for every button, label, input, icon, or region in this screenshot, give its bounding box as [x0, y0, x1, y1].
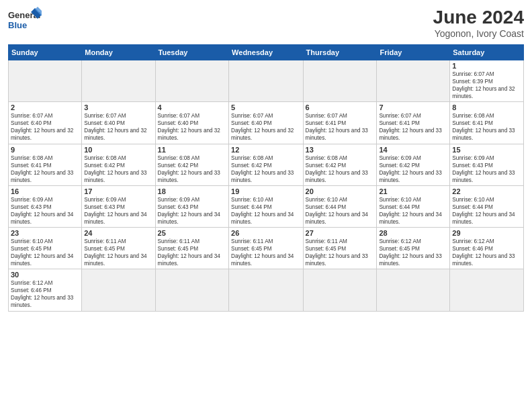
header-tuesday: Tuesday: [155, 45, 228, 60]
calendar-cell: [450, 269, 524, 311]
day-number: 10: [84, 146, 152, 154]
day-info: Sunrise: 6:10 AMSunset: 6:44 PMDaylight:…: [452, 196, 521, 226]
day-info: Sunrise: 6:09 AMSunset: 6:43 PMDaylight:…: [158, 196, 226, 226]
header-friday: Friday: [377, 45, 450, 60]
day-number: 17: [84, 187, 152, 195]
day-number: 15: [452, 146, 521, 154]
calendar-cell: 29Sunrise: 6:12 AMSunset: 6:46 PMDayligh…: [450, 228, 524, 269]
day-number: 7: [379, 103, 447, 111]
logo-svg: General Blue: [8, 7, 42, 35]
calendar-cell: 6Sunrise: 6:07 AMSunset: 6:41 PMDaylight…: [303, 102, 377, 144]
day-headers: Sunday Monday Tuesday Wednesday Thursday…: [9, 45, 524, 60]
day-info: Sunrise: 6:08 AMSunset: 6:42 PMDaylight:…: [84, 154, 152, 184]
location: Yogonon, Ivory Coast: [433, 28, 524, 39]
day-info: Sunrise: 6:08 AMSunset: 6:42 PMDaylight:…: [231, 154, 300, 184]
day-number: 11: [158, 146, 226, 154]
header-saturday: Saturday: [450, 45, 524, 60]
calendar-cell: 14Sunrise: 6:09 AMSunset: 6:42 PMDayligh…: [377, 144, 450, 185]
day-number: 30: [11, 271, 79, 279]
calendar-cell: 19Sunrise: 6:10 AMSunset: 6:44 PMDayligh…: [229, 185, 303, 227]
day-info: Sunrise: 6:08 AMSunset: 6:42 PMDaylight:…: [306, 154, 375, 184]
calendar-cell: [229, 269, 303, 311]
day-number: 6: [306, 103, 375, 111]
day-info: Sunrise: 6:09 AMSunset: 6:43 PMDaylight:…: [84, 196, 152, 226]
calendar-cell: 22Sunrise: 6:10 AMSunset: 6:44 PMDayligh…: [450, 185, 524, 227]
calendar-cell: 23Sunrise: 6:10 AMSunset: 6:45 PMDayligh…: [9, 228, 82, 269]
day-info: Sunrise: 6:11 AMSunset: 6:45 PMDaylight:…: [231, 238, 300, 267]
day-number: 24: [84, 229, 152, 237]
day-info: Sunrise: 6:12 AMSunset: 6:46 PMDaylight:…: [11, 279, 79, 309]
day-number: 18: [158, 187, 226, 195]
day-number: 2: [11, 103, 79, 111]
day-number: 27: [306, 229, 375, 237]
calendar-cell: [229, 60, 303, 102]
day-info: Sunrise: 6:07 AMSunset: 6:41 PMDaylight:…: [306, 112, 375, 142]
page: General Blue June 2024 Yogonon, Ivory Co…: [0, 0, 532, 411]
calendar-cell: 1Sunrise: 6:07 AMSunset: 6:39 PMDaylight…: [450, 60, 524, 102]
calendar-cell: [155, 60, 228, 102]
logo: General Blue: [8, 7, 42, 35]
calendar-cell: 26Sunrise: 6:11 AMSunset: 6:45 PMDayligh…: [229, 228, 303, 269]
day-number: 21: [379, 187, 447, 195]
calendar-cell: 28Sunrise: 6:12 AMSunset: 6:45 PMDayligh…: [377, 228, 450, 269]
day-info: Sunrise: 6:10 AMSunset: 6:45 PMDaylight:…: [11, 238, 79, 267]
day-number: 3: [84, 103, 152, 111]
day-info: Sunrise: 6:12 AMSunset: 6:46 PMDaylight:…: [452, 238, 521, 267]
day-info: Sunrise: 6:12 AMSunset: 6:45 PMDaylight:…: [379, 238, 447, 267]
header-sunday: Sunday: [9, 45, 82, 60]
day-number: 25: [158, 229, 226, 237]
calendar-cell: [303, 269, 377, 311]
day-number: 19: [231, 187, 300, 195]
day-info: Sunrise: 6:11 AMSunset: 6:45 PMDaylight:…: [84, 238, 152, 267]
header: General Blue June 2024 Yogonon, Ivory Co…: [8, 7, 524, 39]
calendar-cell: [303, 60, 377, 102]
day-number: 1: [452, 62, 521, 70]
calendar-cell: [377, 60, 450, 102]
svg-text:Blue: Blue: [8, 20, 27, 30]
day-info: Sunrise: 6:07 AMSunset: 6:40 PMDaylight:…: [158, 112, 226, 142]
header-thursday: Thursday: [303, 45, 377, 60]
calendar-cell: 15Sunrise: 6:09 AMSunset: 6:43 PMDayligh…: [450, 144, 524, 185]
day-info: Sunrise: 6:10 AMSunset: 6:44 PMDaylight:…: [379, 196, 447, 226]
calendar: Sunday Monday Tuesday Wednesday Thursday…: [8, 44, 524, 312]
calendar-cell: [82, 269, 155, 311]
calendar-cell: 3Sunrise: 6:07 AMSunset: 6:40 PMDaylight…: [82, 102, 155, 144]
day-number: 29: [452, 229, 521, 237]
calendar-cell: 18Sunrise: 6:09 AMSunset: 6:43 PMDayligh…: [155, 185, 228, 227]
month-year: June 2024: [433, 7, 524, 28]
calendar-cell: 7Sunrise: 6:07 AMSunset: 6:41 PMDaylight…: [377, 102, 450, 144]
day-info: Sunrise: 6:10 AMSunset: 6:44 PMDaylight:…: [231, 196, 300, 226]
header-monday: Monday: [82, 45, 155, 60]
day-number: 12: [231, 146, 300, 154]
day-number: 16: [11, 187, 79, 195]
calendar-cell: 5Sunrise: 6:07 AMSunset: 6:40 PMDaylight…: [229, 102, 303, 144]
calendar-cell: 17Sunrise: 6:09 AMSunset: 6:43 PMDayligh…: [82, 185, 155, 227]
day-number: 9: [11, 146, 79, 154]
day-info: Sunrise: 6:11 AMSunset: 6:45 PMDaylight:…: [158, 238, 226, 267]
day-info: Sunrise: 6:11 AMSunset: 6:45 PMDaylight:…: [306, 238, 375, 267]
day-info: Sunrise: 6:07 AMSunset: 6:40 PMDaylight:…: [11, 112, 79, 142]
calendar-cell: 25Sunrise: 6:11 AMSunset: 6:45 PMDayligh…: [155, 228, 228, 269]
calendar-cell: 8Sunrise: 6:08 AMSunset: 6:41 PMDaylight…: [450, 102, 524, 144]
day-number: 13: [306, 146, 375, 154]
day-number: 23: [11, 229, 79, 237]
calendar-cell: [155, 269, 228, 311]
day-info: Sunrise: 6:08 AMSunset: 6:42 PMDaylight:…: [158, 154, 226, 184]
calendar-cell: 21Sunrise: 6:10 AMSunset: 6:44 PMDayligh…: [377, 185, 450, 227]
calendar-cell: 13Sunrise: 6:08 AMSunset: 6:42 PMDayligh…: [303, 144, 377, 185]
day-info: Sunrise: 6:07 AMSunset: 6:39 PMDaylight:…: [452, 71, 521, 100]
day-info: Sunrise: 6:07 AMSunset: 6:41 PMDaylight:…: [379, 112, 447, 142]
day-info: Sunrise: 6:07 AMSunset: 6:40 PMDaylight:…: [84, 112, 152, 142]
day-number: 8: [452, 103, 521, 111]
calendar-cell: 9Sunrise: 6:08 AMSunset: 6:41 PMDaylight…: [9, 144, 82, 185]
day-number: 5: [231, 103, 300, 111]
day-number: 28: [379, 229, 447, 237]
calendar-cell: 4Sunrise: 6:07 AMSunset: 6:40 PMDaylight…: [155, 102, 228, 144]
calendar-cell: 20Sunrise: 6:10 AMSunset: 6:44 PMDayligh…: [303, 185, 377, 227]
day-info: Sunrise: 6:09 AMSunset: 6:43 PMDaylight:…: [11, 196, 79, 226]
calendar-cell: 12Sunrise: 6:08 AMSunset: 6:42 PMDayligh…: [229, 144, 303, 185]
day-number: 26: [231, 229, 300, 237]
day-info: Sunrise: 6:09 AMSunset: 6:42 PMDaylight:…: [379, 154, 447, 184]
day-info: Sunrise: 6:10 AMSunset: 6:44 PMDaylight:…: [306, 196, 375, 226]
header-wednesday: Wednesday: [229, 45, 303, 60]
